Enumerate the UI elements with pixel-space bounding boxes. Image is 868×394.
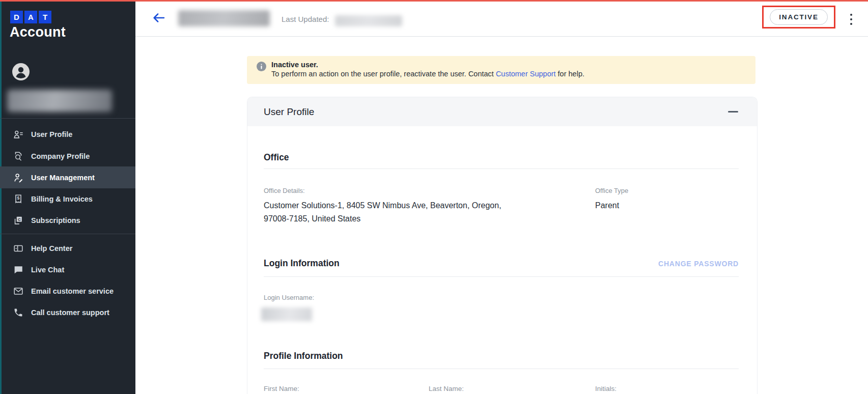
user-profile-card: User Profile Office Office Details: Cust… (247, 97, 758, 394)
sidebar-username-redacted (7, 90, 112, 112)
back-arrow-icon[interactable] (150, 9, 168, 27)
office-details-label: Office Details: (264, 187, 595, 194)
sidebar-divider (0, 234, 135, 234)
logo-letter-d: D (10, 11, 23, 23)
login-username-label: Login Username: (264, 294, 739, 301)
customer-support-link[interactable]: Customer Support (496, 70, 556, 78)
sidebar-item-billing-invoices[interactable]: $ Billing & Invoices (0, 188, 135, 210)
user-management-icon (13, 172, 24, 183)
sidebar-item-label: User Management (31, 174, 95, 182)
sidebar-item-label: Call customer support (31, 308, 109, 317)
app-title: Account (10, 24, 66, 40)
live-chat-icon (13, 264, 24, 275)
subscriptions-icon: C (13, 215, 24, 226)
sidebar-item-user-profile[interactable]: User Profile (0, 124, 135, 145)
red-annotation-topline (0, 0, 868, 2)
initials-label: Initials: (595, 385, 739, 392)
email-icon (13, 286, 24, 297)
office-type-label: Office Type (595, 187, 739, 194)
collapse-minus-icon[interactable] (726, 105, 740, 119)
last-updated-label: Last Updated: (282, 15, 329, 23)
section-divider (264, 369, 739, 369)
office-type-field: Office Type Parent (595, 187, 739, 226)
inactive-user-banner: Inactive user. To perform an action on t… (247, 56, 755, 84)
sidebar-item-subscriptions[interactable]: C Subscriptions (0, 210, 135, 231)
banner-body: To perform an action on the user profile… (271, 70, 584, 78)
change-password-button[interactable]: CHANGE PASSWORD (658, 260, 739, 268)
user-avatar-icon (12, 63, 30, 81)
billing-invoices-icon: $ (13, 193, 24, 205)
company-profile-icon (13, 151, 24, 162)
login-information-heading: Login Information (264, 258, 340, 269)
office-section-heading: Office (264, 152, 739, 163)
login-username-value-redacted (261, 307, 312, 321)
user-profile-icon (13, 129, 24, 140)
office-fields-row: Office Details: Customer Solutions-1, 84… (264, 187, 739, 226)
sidebar-item-label: Company Profile (31, 152, 90, 160)
last-updated-value-redacted (335, 15, 402, 26)
logo-letter-t: T (39, 11, 51, 23)
banner-title: Inactive user. (271, 61, 584, 69)
sidebar: D A T Account User Profile (0, 0, 135, 394)
profile-fields-row: First Name: Last Name: Initials: (264, 385, 739, 392)
profile-information-heading: Profile Information (264, 351, 739, 361)
phone-icon (13, 307, 24, 318)
red-annotation-box: INACTIVE (762, 6, 835, 29)
banner-text: Inactive user. To perform an action on t… (271, 61, 584, 84)
sidebar-item-email-customer-service[interactable]: Email customer service (0, 280, 135, 302)
top-bar: Last Updated: INACTIVE (135, 0, 868, 37)
card-title: User Profile (264, 106, 314, 118)
user-profile-card-body: Office Office Details: Customer Solution… (247, 152, 757, 392)
help-center-icon (13, 243, 24, 254)
sidebar-item-user-management[interactable]: User Management (0, 166, 135, 188)
sidebar-item-label: Help Center (31, 244, 72, 252)
logo-letter-a: A (24, 11, 37, 23)
last-name-label: Last Name: (429, 385, 595, 392)
office-details-field: Office Details: Customer Solutions-1, 84… (264, 187, 595, 226)
kebab-menu-icon[interactable] (845, 11, 857, 28)
sidebar-item-call-customer-support[interactable]: Call customer support (0, 302, 135, 323)
sidebar-item-label: Live Chat (31, 266, 64, 274)
section-divider (264, 168, 739, 169)
status-badge[interactable]: INACTIVE (770, 9, 827, 25)
svg-text:$: $ (17, 195, 20, 201)
dat-logo: D A T (10, 11, 51, 23)
sidebar-item-label: Email customer service (31, 287, 114, 295)
office-type-value: Parent (595, 199, 739, 212)
banner-body-prefix: To perform an action on the user profile… (271, 70, 496, 78)
sidebar-item-company-profile[interactable]: Company Profile (0, 146, 135, 167)
svg-text:C: C (18, 217, 21, 222)
topbar-username-redacted (178, 10, 270, 26)
user-profile-card-header: User Profile (247, 97, 757, 126)
info-icon (257, 62, 266, 71)
sidebar-item-label: User Profile (31, 130, 72, 138)
sidebar-item-label: Subscriptions (31, 216, 80, 224)
office-details-value: Customer Solutions-1, 8405 SW Nimbus Ave… (264, 199, 528, 226)
first-name-label: First Name: (264, 385, 429, 392)
banner-body-suffix: for help. (556, 70, 584, 78)
sidebar-divider (0, 118, 135, 119)
sidebar-item-help-center[interactable]: Help Center (0, 238, 135, 259)
sidebar-item-live-chat[interactable]: Live Chat (0, 259, 135, 280)
section-divider (264, 276, 739, 277)
login-information-header-row: Login Information CHANGE PASSWORD (264, 258, 739, 269)
sidebar-item-label: Billing & Invoices (31, 195, 93, 203)
